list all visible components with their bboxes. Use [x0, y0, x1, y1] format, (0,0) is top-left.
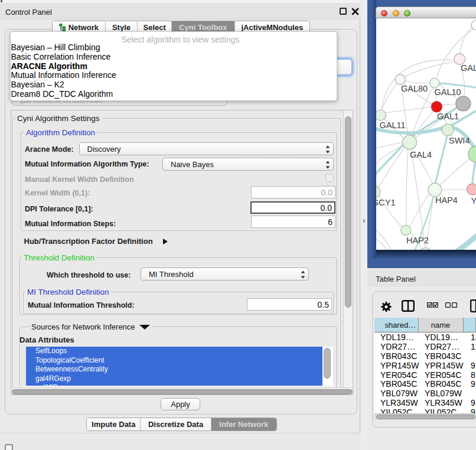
svg-text:SWI4: SWI4	[449, 136, 470, 145]
svg-text:GAL10: GAL10	[435, 87, 461, 97]
svg-text:YIL: YIL	[471, 196, 476, 206]
svg-text:GAL2: GAL2	[461, 63, 476, 73]
svg-text:GAL11: GAL11	[380, 120, 406, 130]
svg-text:GAL80: GAL80	[401, 84, 428, 93]
svg-text:GCY1: GCY1	[376, 198, 396, 207]
svg-text:GAL4: GAL4	[410, 150, 432, 159]
svg-text:HAP2: HAP2	[406, 236, 429, 245]
svg-text:HAP4: HAP4	[435, 195, 458, 205]
svg-text:GAL1: GAL1	[437, 112, 459, 121]
